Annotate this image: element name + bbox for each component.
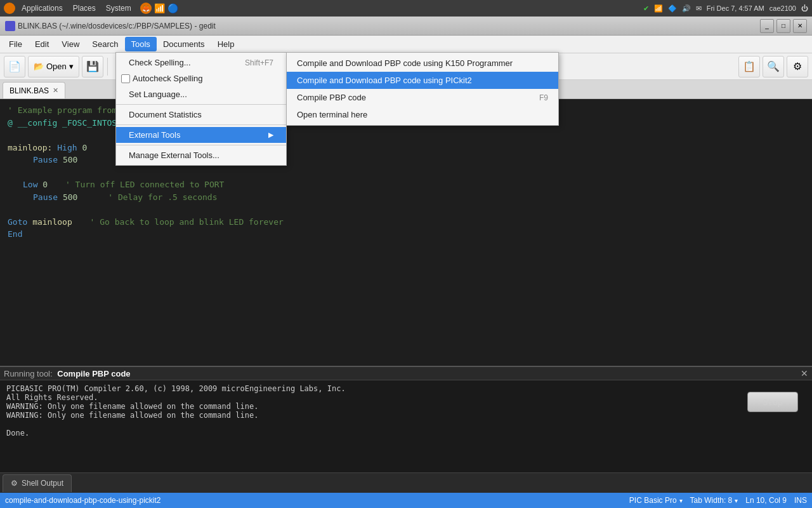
network-icon[interactable]: 📶 [154, 3, 165, 13]
tab-width-selector[interactable]: Tab Width: 8 ▾ [690, 496, 738, 505]
close-button[interactable]: ✕ [793, 19, 807, 33]
applications-menu[interactable]: Applications [18, 3, 67, 14]
tab-label: BLINK.BAS [10, 86, 49, 95]
status-right: PIC Basic Pro ▾ Tab Width: 8 ▾ Ln 10, Co… [629, 496, 807, 505]
tab-width-label: Tab Width: 8 [690, 496, 733, 505]
system-bar-right: ✔ 📶 🔷 🔊 ✉ Fri Dec 7, 4:57 AM cae2100 ⏻ [643, 4, 808, 13]
code-goto-keyword: Goto [8, 217, 32, 227]
new-button[interactable]: 📄 [4, 56, 25, 77]
menu-search[interactable]: Search [86, 37, 124, 51]
places-menu[interactable]: Places [69, 3, 100, 14]
open-icon: 📂 [34, 62, 44, 71]
save-button[interactable]: 💾 [82, 56, 103, 77]
language-selector[interactable]: PIC Basic Pro ▾ [629, 496, 683, 505]
code-end-keyword: End [8, 229, 22, 239]
minimize-button[interactable]: _ [760, 19, 774, 33]
shell-tabs: ⚙ Shell Output [0, 472, 812, 493]
code-line-5: Low 0 ' Turn off LED connected to PORT [8, 178, 804, 191]
title-bar: BLINK.BAS (~/.wine/dosdevices/c:/PBP/SAM… [0, 17, 812, 36]
insert-mode: INS [794, 496, 807, 505]
window-controls: _ □ ✕ [760, 19, 807, 33]
tab-width-arrow: ▾ [735, 497, 738, 504]
open-label: Open [46, 62, 67, 71]
code-line-2: @ __config _FOSC_INTOS OT OFF & PWRTE OF… [8, 117, 804, 130]
code-high-num: 0 [82, 143, 87, 152]
code-line-blank-2 [8, 166, 804, 179]
tab-close-button[interactable]: ✕ [53, 86, 58, 95]
menu-view[interactable]: View [55, 37, 86, 51]
maximize-button[interactable]: □ [776, 19, 790, 33]
tab-blink-bas[interactable]: BLINK.BAS ✕ [3, 82, 65, 98]
paste-button[interactable]: 📋 [738, 56, 760, 77]
bluetooth-status-icon: 🔷 [668, 4, 677, 13]
open-button[interactable]: 📂 Open ▾ [28, 56, 79, 77]
code-line-8: End [8, 228, 804, 241]
code-pause-keyword-1: Pause [33, 155, 63, 164]
editor-area[interactable]: ' Example program from to PORTB.0 about … [0, 99, 812, 366]
toolbar: 📄 📂 Open ▾ 💾 📋 🔍 ⚙ [0, 53, 812, 80]
menu-help[interactable]: Help [211, 37, 241, 51]
find-button[interactable]: 🔍 [763, 56, 784, 77]
window-title: BLINK.BAS (~/.wine/dosdevices/c:/PBP/SAM… [18, 22, 216, 30]
code-config: @ __config _FOSC_INTOS [8, 118, 117, 128]
gedit-icon [5, 21, 15, 31]
output-line-4: WARNING: Only one filename allowed on th… [6, 411, 740, 420]
bluetooth-icon[interactable]: 🔵 [167, 3, 178, 13]
code-low-keyword: Low [23, 180, 43, 189]
output-line-blank [6, 420, 740, 429]
system-bar: Applications Places System 🦊 📶 🔵 ✔ 📶 🔷 🔊… [0, 0, 812, 17]
position-label: Ln 10, Col 9 [745, 496, 787, 505]
volume-icon: 🔊 [682, 4, 691, 13]
username: cae2100 [769, 4, 796, 12]
code-line-6: Pause 500 ' Delay for .5 seconds [8, 191, 804, 204]
code-line-blank-1 [8, 129, 804, 142]
menu-documents[interactable]: Documents [157, 37, 211, 51]
language-label: PIC Basic Pro [629, 496, 677, 505]
settings-button[interactable]: ⚙ [787, 56, 808, 77]
power-icon[interactable]: ⏻ [801, 4, 808, 12]
firefox-icon[interactable]: 🦊 [140, 3, 152, 14]
menu-tools[interactable]: Tools [125, 37, 157, 51]
open-arrow: ▾ [69, 62, 74, 71]
stop-button[interactable]: Stop [747, 392, 798, 412]
shell-running-info: Running tool: Compile PBP code [4, 369, 131, 378]
code-comment-delay: ' Delay for .5 seconds [108, 192, 217, 202]
code-comment-turnoff: ' Turn off LED connected to PORT [65, 180, 224, 189]
window: BLINK.BAS (~/.wine/dosdevices/c:/PBP/SAM… [0, 17, 812, 508]
code-config-rest: OT OFF & PWRTE OFF [122, 118, 211, 128]
running-label: Running tool: [4, 369, 53, 378]
status-bar: compile-and-download-pbp-code-using-pick… [0, 493, 812, 508]
output-line-1: PICBASIC PRO(TM) Compiler 2.60, (c) 1998… [6, 384, 740, 393]
code-line-blank-3 [8, 203, 804, 216]
shell-output-tab[interactable]: ⚙ Shell Output [3, 474, 72, 492]
signal-icon: 📶 [654, 4, 663, 13]
checkmark-icon: ✔ [643, 4, 649, 13]
shell-tab-label: Shell Output [22, 479, 63, 488]
code-line-3: mainloop: High 0 [8, 142, 804, 154]
status-path: compile-and-download-pbp-code-using-pick… [5, 496, 160, 505]
output-line-2: All Rights Reserved. [6, 393, 740, 402]
code-mainloop-label: mainloop: [8, 143, 52, 152]
shell-tab-icon: ⚙ [11, 479, 18, 488]
system-menu[interactable]: System [102, 3, 135, 14]
code-comment-goto: ' Go back to loop and blink LED forever [90, 217, 284, 227]
mode-label: INS [794, 496, 807, 505]
email-icon: ✉ [696, 4, 702, 13]
title-bar-left: BLINK.BAS (~/.wine/dosdevices/c:/PBP/SAM… [5, 21, 216, 31]
shell-panel: Running tool: Compile PBP code ✕ PICBASI… [0, 366, 812, 493]
code-line-1: ' Example program from to PORTB.0 about … [8, 104, 804, 117]
code-line-4: Pause 500 [8, 154, 804, 166]
code-high-keyword: High [57, 143, 82, 152]
shell-content: PICBASIC PRO(TM) Compiler 2.60, (c) 1998… [0, 380, 812, 472]
language-arrow: ▾ [679, 497, 683, 504]
shell-output-text: PICBASIC PRO(TM) Compiler 2.60, (c) 1998… [6, 384, 740, 469]
code-low-num: 0 [43, 180, 48, 189]
code-partial-1: to PORTB.0 about once a second [122, 105, 271, 115]
menu-edit[interactable]: Edit [29, 37, 55, 51]
menu-file[interactable]: File [3, 37, 29, 51]
separator-1 [107, 58, 108, 76]
output-line-3: WARNING: Only one filename allowed on th… [6, 402, 740, 411]
code-pause-keyword-2: Pause [33, 192, 63, 202]
shell-close-button[interactable]: ✕ [801, 368, 808, 378]
datetime: Fri Dec 7, 4:57 AM [707, 4, 764, 12]
